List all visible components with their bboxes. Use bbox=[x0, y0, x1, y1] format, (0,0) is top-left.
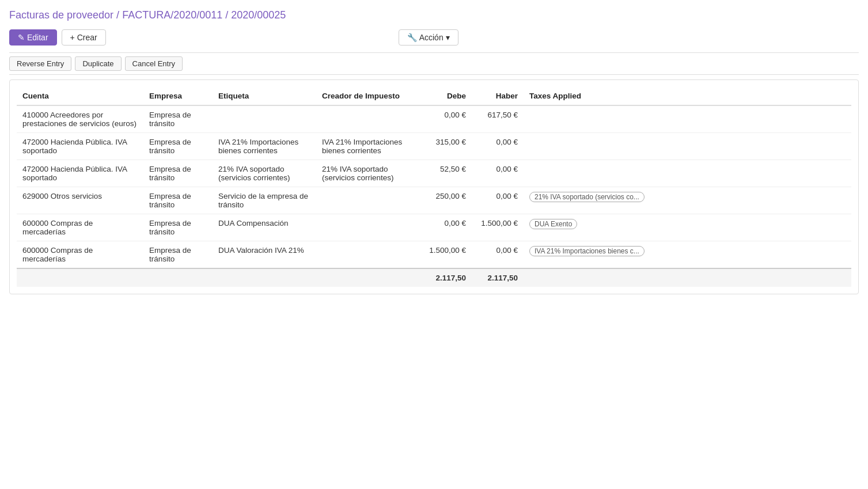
cell-empresa: Empresa de tránsito bbox=[143, 160, 213, 187]
cell-creador bbox=[316, 214, 420, 241]
duplicate-button[interactable]: Duplicate bbox=[75, 56, 121, 71]
footer-empty bbox=[17, 268, 420, 287]
col-header-etiqueta: Etiqueta bbox=[213, 87, 316, 105]
cell-haber: 617,50 € bbox=[472, 105, 524, 133]
action-toolbar: Reverse Entry Duplicate Cancel Entry bbox=[9, 52, 859, 75]
cell-debe: 0,00 € bbox=[420, 105, 472, 133]
cell-debe: 0,00 € bbox=[420, 214, 472, 241]
content-area: Cuenta Empresa Etiqueta Creador de Impue… bbox=[9, 79, 859, 294]
table-row: 600000 Compras de mercaderías Empresa de… bbox=[17, 214, 851, 241]
cell-taxes: IVA 21% Importaciones bienes c... bbox=[524, 241, 851, 269]
cell-taxes bbox=[524, 105, 851, 133]
cell-empresa: Empresa de tránsito bbox=[143, 214, 213, 241]
table-row: 472000 Hacienda Pública. IVA soportado E… bbox=[17, 133, 851, 160]
cell-cuenta: 472000 Hacienda Pública. IVA soportado bbox=[17, 133, 143, 160]
col-header-taxes: Taxes Applied bbox=[524, 87, 851, 105]
cell-debe: 1.500,00 € bbox=[420, 241, 472, 269]
journal-entries-table: Cuenta Empresa Etiqueta Creador de Impue… bbox=[17, 87, 851, 287]
cell-debe: 315,00 € bbox=[420, 133, 472, 160]
cell-empresa: Empresa de tránsito bbox=[143, 133, 213, 160]
breadcrumb-part3[interactable]: 2020/00025 bbox=[231, 9, 286, 21]
cell-etiqueta: DUA Valoración IVA 21% bbox=[213, 241, 316, 269]
cell-cuenta: 410000 Acreedores por prestaciones de se… bbox=[17, 105, 143, 133]
cell-cuenta: 472000 Hacienda Pública. IVA soportado bbox=[17, 160, 143, 187]
cell-etiqueta: DUA Compensación bbox=[213, 214, 316, 241]
cell-empresa: Empresa de tránsito bbox=[143, 105, 213, 133]
cell-cuenta: 629000 Otros servicios bbox=[17, 187, 143, 214]
table-row: 410000 Acreedores por prestaciones de se… bbox=[17, 105, 851, 133]
breadcrumb-sep1: / bbox=[113, 9, 122, 21]
col-header-cuenta: Cuenta bbox=[17, 87, 143, 105]
cell-creador bbox=[316, 105, 420, 133]
cell-haber: 0,00 € bbox=[472, 241, 524, 269]
cell-taxes: 21% IVA soportado (servicios co... bbox=[524, 187, 851, 214]
table-header-row: Cuenta Empresa Etiqueta Creador de Impue… bbox=[17, 87, 851, 105]
cell-haber: 0,00 € bbox=[472, 133, 524, 160]
footer-taxes-empty bbox=[524, 268, 851, 287]
breadcrumb-sep2: / bbox=[222, 9, 231, 21]
cell-cuenta: 600000 Compras de mercaderías bbox=[17, 241, 143, 269]
breadcrumb-part1[interactable]: Facturas de proveedor bbox=[9, 9, 113, 21]
tax-tag[interactable]: DUA Exento bbox=[529, 219, 577, 229]
cell-haber: 1.500,00 € bbox=[472, 214, 524, 241]
edit-button[interactable]: ✎ Editar bbox=[9, 29, 57, 46]
breadcrumb: Facturas de proveedor / FACTURA/2020/001… bbox=[9, 9, 859, 21]
cell-creador bbox=[316, 187, 420, 214]
cell-etiqueta: 21% IVA soportado (servicios corrientes) bbox=[213, 160, 316, 187]
tax-tag[interactable]: IVA 21% Importaciones bienes c... bbox=[529, 246, 645, 256]
table-row: 629000 Otros servicios Empresa de tránsi… bbox=[17, 187, 851, 214]
cell-creador: IVA 21% Importaciones bienes corrientes bbox=[316, 133, 420, 160]
table-row: 600000 Compras de mercaderías Empresa de… bbox=[17, 241, 851, 269]
action-icon: 🔧 bbox=[407, 33, 417, 42]
cell-creador bbox=[316, 241, 420, 269]
cell-taxes: DUA Exento bbox=[524, 214, 851, 241]
cell-cuenta: 600000 Compras de mercaderías bbox=[17, 214, 143, 241]
table-row: 472000 Hacienda Pública. IVA soportado E… bbox=[17, 160, 851, 187]
table-footer-row: 2.117,50 2.117,50 bbox=[17, 268, 851, 287]
cell-debe: 52,50 € bbox=[420, 160, 472, 187]
cell-haber: 0,00 € bbox=[472, 187, 524, 214]
cell-creador: 21% IVA soportado (servicios corrientes) bbox=[316, 160, 420, 187]
action-button[interactable]: 🔧 Acción ▾ bbox=[399, 29, 458, 46]
tax-tag[interactable]: 21% IVA soportado (servicios co... bbox=[529, 192, 645, 202]
main-toolbar: ✎ Editar + Crear 🔧 Acción ▾ bbox=[9, 29, 859, 46]
col-header-debe: Debe bbox=[420, 87, 472, 105]
cell-etiqueta: IVA 21% Importaciones bienes corrientes bbox=[213, 133, 316, 160]
create-button[interactable]: + Crear bbox=[62, 29, 106, 46]
cancel-entry-button[interactable]: Cancel Entry bbox=[125, 56, 183, 71]
cell-taxes bbox=[524, 160, 851, 187]
footer-debe-total: 2.117,50 bbox=[420, 268, 472, 287]
cell-empresa: Empresa de tránsito bbox=[143, 241, 213, 269]
edit-icon: ✎ bbox=[18, 33, 25, 42]
footer-haber-total: 2.117,50 bbox=[472, 268, 524, 287]
reverse-entry-button[interactable]: Reverse Entry bbox=[9, 56, 71, 71]
col-header-empresa: Empresa bbox=[143, 87, 213, 105]
col-header-haber: Haber bbox=[472, 87, 524, 105]
breadcrumb-part2[interactable]: FACTURA/2020/0011 bbox=[122, 9, 222, 21]
cell-taxes bbox=[524, 133, 851, 160]
cell-empresa: Empresa de tránsito bbox=[143, 187, 213, 214]
cell-debe: 250,00 € bbox=[420, 187, 472, 214]
col-header-creador: Creador de Impuesto bbox=[316, 87, 420, 105]
cell-etiqueta: Servicio de la empresa de tránsito bbox=[213, 187, 316, 214]
cell-haber: 0,00 € bbox=[472, 160, 524, 187]
cell-etiqueta bbox=[213, 105, 316, 133]
